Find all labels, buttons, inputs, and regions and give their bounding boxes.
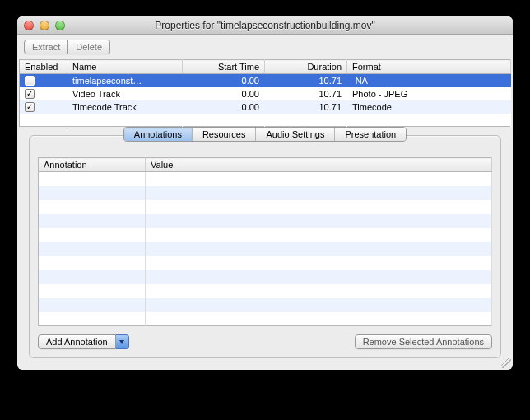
annotation-row-empty — [39, 186, 492, 200]
annotation-row-empty — [39, 256, 492, 270]
col-start[interactable]: Start Time — [183, 60, 265, 74]
track-start: 0.00 — [183, 87, 265, 100]
track-row[interactable]: Timecode Track 0.00 10.71 Timecode — [20, 100, 511, 114]
add-annotation-menu-arrow[interactable] — [116, 334, 129, 349]
window-title: Properties for "timelapseconstructionbui… — [17, 20, 513, 31]
resize-grip-icon[interactable] — [501, 358, 511, 368]
remove-annotations-button[interactable]: Remove Selected Annotations — [355, 334, 492, 349]
annotation-row-empty — [39, 200, 492, 214]
annotation-row-empty — [39, 172, 492, 186]
tab-bar: Annotations Resources Audio Settings Pre… — [123, 127, 407, 142]
col-annotation[interactable]: Annotation — [39, 158, 146, 172]
track-start: 0.00 — [183, 100, 265, 114]
enabled-checkbox[interactable] — [25, 76, 35, 86]
enabled-checkbox[interactable] — [25, 102, 35, 112]
delete-button[interactable]: Delete — [68, 40, 110, 54]
track-row[interactable]: timelapseconst… 0.00 10.71 -NA- — [20, 74, 511, 87]
extract-button[interactable]: Extract — [24, 40, 68, 54]
track-format: Photo - JPEG — [347, 87, 511, 100]
close-icon[interactable] — [24, 21, 34, 30]
track-row-empty — [20, 114, 511, 127]
col-name[interactable]: Name — [67, 60, 183, 74]
tab-bar-container: Annotations Resources Audio Settings Pre… — [30, 127, 500, 142]
traffic-lights — [24, 21, 65, 30]
add-annotation-button[interactable]: Add Annotation — [38, 334, 116, 349]
track-name: timelapseconst… — [67, 74, 183, 87]
track-format: Timecode — [347, 100, 511, 114]
annotation-row-empty — [39, 214, 492, 228]
col-format[interactable]: Format — [347, 60, 511, 74]
annotation-row-empty — [39, 242, 492, 256]
detail-panel: Annotations Resources Audio Settings Pre… — [29, 135, 501, 358]
tab-audio-settings[interactable]: Audio Settings — [256, 128, 335, 141]
track-name: Video Track — [67, 87, 183, 100]
toolbar: Extract Delete — [17, 35, 513, 59]
minimize-icon[interactable] — [40, 21, 49, 30]
track-table[interactable]: Enabled Name Start Time Duration Format … — [19, 59, 511, 127]
titlebar[interactable]: Properties for "timelapseconstructionbui… — [17, 16, 513, 35]
tab-presentation[interactable]: Presentation — [335, 128, 406, 141]
col-duration[interactable]: Duration — [265, 60, 347, 74]
track-start: 0.00 — [183, 74, 265, 87]
track-row[interactable]: Video Track 0.00 10.71 Photo - JPEG — [20, 87, 511, 100]
panel-footer: Add Annotation Remove Selected Annotatio… — [38, 334, 492, 349]
annotation-row-empty — [39, 270, 492, 284]
tab-annotations[interactable]: Annotations — [124, 128, 193, 141]
track-format: -NA- — [347, 74, 511, 87]
annotations-table[interactable]: Annotation Value — [38, 157, 492, 326]
enabled-checkbox[interactable] — [25, 89, 35, 99]
track-duration: 10.71 — [265, 87, 347, 100]
annotation-row-empty — [39, 284, 492, 298]
col-enabled[interactable]: Enabled — [20, 60, 67, 74]
track-duration: 10.71 — [265, 100, 347, 114]
tab-resources[interactable]: Resources — [193, 128, 257, 141]
track-name: Timecode Track — [67, 100, 183, 114]
track-duration: 10.71 — [265, 74, 347, 87]
annotation-row-empty — [39, 312, 492, 326]
annotation-row-empty — [39, 298, 492, 312]
annotation-row-empty — [39, 228, 492, 242]
col-value[interactable]: Value — [146, 158, 492, 172]
add-annotation-split-button[interactable]: Add Annotation — [38, 334, 129, 349]
zoom-icon[interactable] — [55, 21, 65, 30]
chevron-down-icon — [119, 340, 124, 344]
properties-window: Properties for "timelapseconstructionbui… — [17, 16, 513, 370]
